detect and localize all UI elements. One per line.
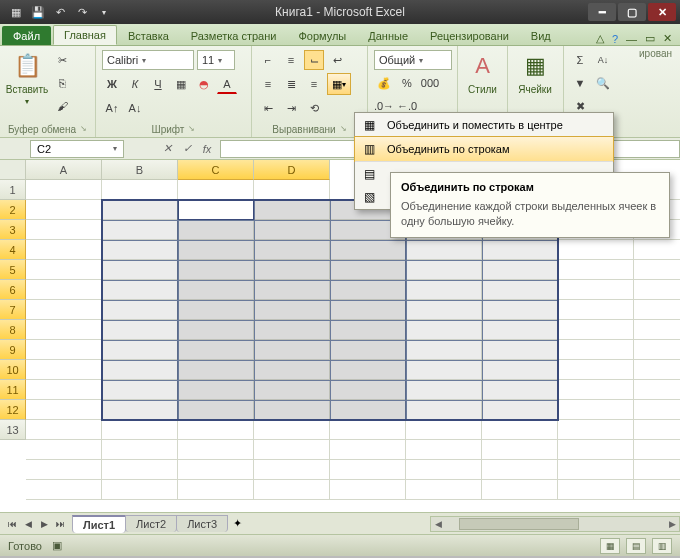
cell[interactable] [482,420,558,440]
cell[interactable] [482,480,558,500]
cell[interactable] [558,480,634,500]
cell[interactable] [254,440,330,460]
cell[interactable] [634,460,680,480]
dialog-launcher-icon[interactable]: ↘ [80,124,87,135]
minimize-button[interactable]: ━ [588,3,616,21]
cell[interactable] [558,340,634,360]
name-box[interactable]: C2 ▾ [30,140,124,158]
menu-item-merge-across[interactable]: ▥ Объединить по строкам [354,136,614,162]
first-sheet-icon[interactable]: ⏮ [4,516,20,532]
cell[interactable] [178,180,254,200]
orientation-icon[interactable]: ⟲ [304,98,324,118]
align-center-icon[interactable]: ≣ [281,74,301,94]
row-header[interactable]: 5 [0,260,26,280]
align-right-icon[interactable]: ≡ [304,74,324,94]
cell[interactable] [330,420,406,440]
cell[interactable] [26,280,102,300]
fill-icon[interactable]: ▼ [570,73,590,93]
cancel-edit-icon[interactable]: ✕ [158,140,176,158]
prev-sheet-icon[interactable]: ◀ [20,516,36,532]
cell[interactable] [558,240,634,260]
row-header[interactable]: 12 [0,400,26,420]
cell[interactable] [102,480,178,500]
minimize-ribbon-icon[interactable]: △ [596,32,604,45]
row-header[interactable]: 9 [0,340,26,360]
percent-icon[interactable]: % [397,73,417,93]
cell[interactable] [254,180,330,200]
cell[interactable] [634,300,680,320]
cell[interactable] [406,440,482,460]
cell[interactable] [634,280,680,300]
close-button[interactable]: ✕ [648,3,676,21]
cell[interactable] [102,420,178,440]
menu-item-merge-center[interactable]: ▦ Объединить и поместить в центре [355,113,613,137]
sheet-tab[interactable]: Лист1 [72,515,126,533]
cell[interactable] [102,460,178,480]
horizontal-scrollbar[interactable]: ◀ ▶ [430,516,680,532]
cell[interactable] [254,420,330,440]
format-painter-icon[interactable]: 🖌 [52,96,72,116]
cell[interactable] [482,440,558,460]
cell[interactable] [178,460,254,480]
wrap-text-icon[interactable]: ↩ [327,50,347,70]
help-icon[interactable]: ? [612,33,618,45]
cell[interactable] [102,180,178,200]
cell[interactable] [26,320,102,340]
col-header[interactable]: B [102,160,178,180]
redo-icon[interactable]: ↷ [74,4,90,20]
cell[interactable] [26,360,102,380]
cell[interactable] [26,200,102,220]
cell[interactable] [102,440,178,460]
normal-view-icon[interactable]: ▦ [600,538,620,554]
tab-layout[interactable]: Разметка страни [180,26,288,45]
cell[interactable] [178,440,254,460]
cell[interactable] [558,380,634,400]
window-min-icon[interactable]: — [626,33,637,45]
align-top-icon[interactable]: ⌐ [258,50,278,70]
cell[interactable] [26,400,102,420]
cell[interactable] [406,460,482,480]
col-header[interactable]: C [178,160,254,180]
row-header[interactable]: 6 [0,280,26,300]
cell[interactable] [330,440,406,460]
dialog-launcher-icon[interactable]: ↘ [188,124,195,135]
underline-button[interactable]: Ч [148,74,168,94]
tab-view[interactable]: Вид [520,26,562,45]
window-restore-icon[interactable]: ▭ [645,32,655,45]
row-header[interactable]: 10 [0,360,26,380]
new-sheet-icon[interactable]: ✦ [227,517,248,530]
find-icon[interactable]: 🔍 [593,73,613,93]
row-header[interactable]: 8 [0,320,26,340]
cell[interactable] [178,480,254,500]
cell[interactable] [634,260,680,280]
cell[interactable] [254,480,330,500]
cell[interactable] [26,380,102,400]
cell[interactable] [634,440,680,460]
cell[interactable] [330,460,406,480]
cells-button[interactable]: ▦ Ячейки [514,50,556,95]
fill-color-button[interactable]: ◓ [194,74,214,94]
cell[interactable] [330,480,406,500]
dialog-launcher-icon[interactable]: ↘ [340,124,347,135]
page-layout-view-icon[interactable]: ▤ [626,538,646,554]
cell[interactable] [558,440,634,460]
cell[interactable] [406,480,482,500]
row-header[interactable]: 3 [0,220,26,240]
merge-button[interactable]: ▦▾ [327,73,351,95]
tab-file[interactable]: Файл [2,26,51,45]
page-break-view-icon[interactable]: ▥ [652,538,672,554]
cell[interactable] [558,420,634,440]
row-header[interactable]: 2 [0,200,26,220]
cell[interactable] [26,260,102,280]
align-bottom-icon[interactable]: ⌙ [304,50,324,70]
cell[interactable] [26,440,102,460]
italic-button[interactable]: К [125,74,145,94]
maximize-button[interactable]: ▢ [618,3,646,21]
tab-insert[interactable]: Вставка [117,26,180,45]
font-size-combo[interactable]: 11▾ [197,50,235,70]
sheet-tab[interactable]: Лист3 [176,515,228,532]
cell[interactable] [26,220,102,240]
undo-icon[interactable]: ↶ [52,4,68,20]
row-header[interactable]: 1 [0,180,26,200]
cell[interactable] [634,360,680,380]
